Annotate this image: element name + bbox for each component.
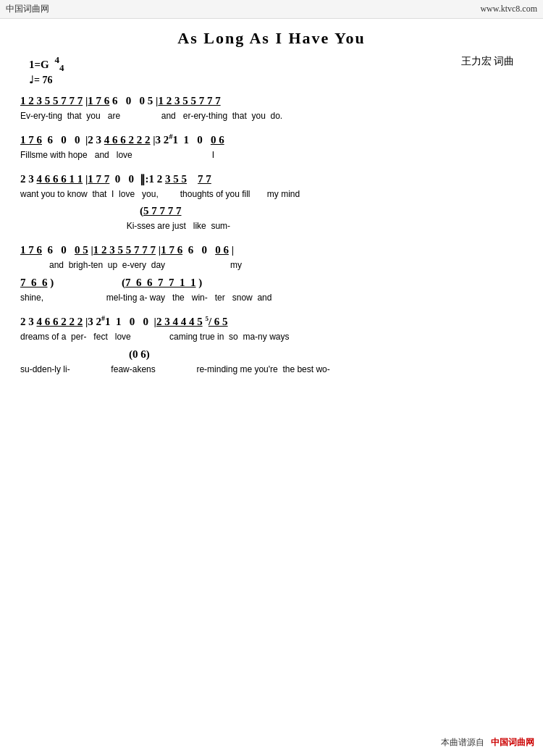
notation-4: 1 7 6 6 0 0 5 |1 2 3 5 5 7 7 7 |1 7 6 6 … [20, 241, 523, 259]
key-info: 1=G 44 ♩= 76 [29, 55, 64, 86]
lyrics-3b: Ki-sses are just like sum- [20, 220, 523, 232]
notation-2: 1 7 6 6 0 0 |2 3 4 6 6 2 2 2 |3 2#1 1 0 … [20, 131, 523, 148]
site-left: 中国词曲网 [6, 3, 49, 15]
footer-right: 中国词曲网 [491, 737, 534, 747]
composer: 王力宏 词曲 [461, 55, 515, 68]
key-time: 1=G 44 [29, 55, 64, 72]
notation-1: 1 2 3 5 5 7 7 7 |1 7 6 6 0 0 5 |1 2 3 5 … [20, 92, 523, 109]
score-area: 1 2 3 5 5 7 7 7 |1 7 6 6 0 0 5 |1 2 3 5 … [0, 86, 543, 427]
section-1: 1 2 3 5 5 7 7 7 |1 7 6 6 0 0 5 |1 2 3 5 … [20, 92, 523, 122]
site-right: www.ktvc8.com [480, 4, 537, 14]
footer: 本曲谱源自 中国词曲网 [441, 736, 534, 749]
lyrics-4b: shine, mel-ting a- way the win- ter snow… [20, 292, 523, 304]
notation-5: 2 3 4 6 6 2 2 2 |3 2#1 1 0 0 |2 3 4 4 4 … [20, 313, 523, 330]
lyrics-3: want you to know that I love you, though… [20, 188, 523, 201]
section-5: 2 3 4 6 6 2 2 2 |3 2#1 1 0 0 |2 3 4 4 4 … [20, 313, 523, 343]
lyrics-2: Fillsme with hope and love I [20, 149, 523, 161]
notation-3: 2 3 4 6 6 6 1 1 |1 7 7 0 0 ‖:1 2 3 5 5 7… [20, 170, 523, 188]
section-4: 1 7 6 6 0 0 5 |1 2 3 5 5 7 7 7 |1 7 6 6 … [20, 241, 523, 272]
meta-row: 1=G 44 ♩= 76 王力宏 词曲 [0, 52, 543, 86]
lyrics-1: Ev-ery-ting that you are and er-ery-thin… [20, 110, 523, 122]
top-bar: 中国词曲网 www.ktvc8.com [0, 0, 543, 19]
footer-left: 本曲谱源自 [441, 737, 484, 747]
tempo: ♩= 76 [29, 74, 64, 86]
lyrics-4: and brigh-ten up e-very day my [20, 259, 523, 272]
notation-5b: (0 6) [20, 345, 523, 363]
notation-4b: 7 6 6 ) (7 6 6 7 7 1 1 ) [20, 274, 523, 291]
notation-3b: (5 7 7 7 7 [20, 202, 523, 219]
lyrics-5: dreams of a per- fect love caming true i… [20, 331, 523, 343]
section-2: 1 7 6 6 0 0 |2 3 4 6 6 2 2 2 |3 2#1 1 0 … [20, 131, 523, 161]
lyrics-5bc: su-dden-ly li- feaw-akens re-minding me … [20, 364, 523, 376]
section-5bc: (0 6) su-dden-ly li- feaw-akens re-mindi… [20, 345, 523, 376]
section-3b: (5 7 7 7 7 Ki-sses are just like sum- [20, 202, 523, 232]
section-4b: 7 6 6 ) (7 6 6 7 7 1 1 ) shine, mel-ting… [20, 274, 523, 304]
section-3: 2 3 4 6 6 6 1 1 |1 7 7 0 0 ‖:1 2 3 5 5 7… [20, 170, 523, 201]
page-title: As Long As I Have You [0, 19, 543, 52]
